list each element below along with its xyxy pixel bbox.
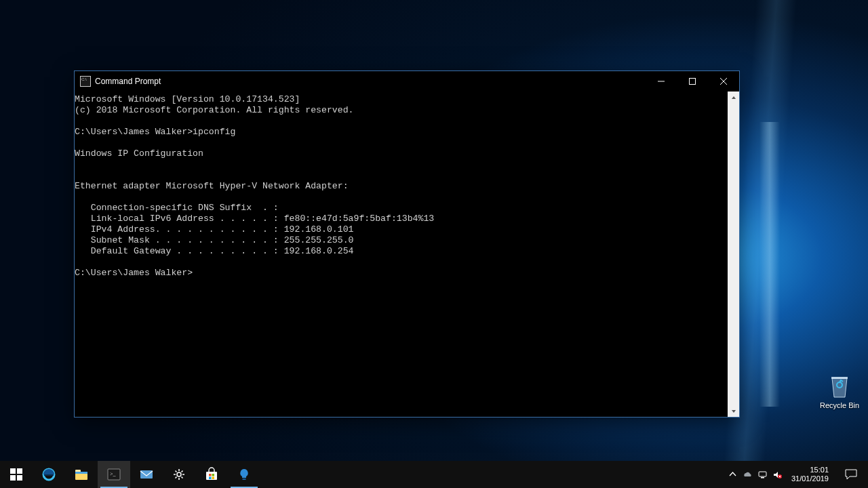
taskbar-mail[interactable]	[130, 461, 163, 488]
clock-date: 31/01/2019	[791, 474, 829, 483]
system-tray[interactable]: 15:01 31/01/2019	[725, 461, 868, 488]
taskbar: >_ 15:01 31/01/2019	[0, 461, 868, 488]
scroll-down-button[interactable]	[728, 405, 739, 417]
svg-rect-17	[212, 477, 215, 480]
recycle-bin-icon[interactable]: Recycle Bin	[819, 371, 860, 409]
maximize-button[interactable]	[677, 71, 708, 92]
svg-rect-1	[10, 468, 16, 474]
taskbar-settings[interactable]	[163, 461, 195, 488]
onedrive-icon[interactable]	[743, 469, 753, 480]
scroll-up-button[interactable]	[728, 92, 739, 103]
svg-rect-19	[759, 472, 766, 476]
window-title: Command Prompt	[95, 77, 161, 86]
minimize-button[interactable]	[646, 71, 677, 92]
clock-time: 15:01	[791, 466, 829, 474]
svg-rect-13	[206, 472, 217, 480]
close-button[interactable]	[708, 71, 739, 92]
svg-rect-16	[209, 477, 212, 480]
volume-icon[interactable]	[772, 469, 783, 480]
taskbar-clock[interactable]: 15:01 31/01/2019	[787, 466, 833, 483]
action-center-button[interactable]	[837, 469, 865, 480]
svg-rect-20	[761, 477, 764, 479]
svg-rect-18	[243, 479, 246, 480]
svg-text:>_: >_	[110, 471, 117, 477]
terminal-output[interactable]: Microsoft Windows [Version 10.0.17134.52…	[75, 92, 728, 417]
svg-rect-3	[10, 475, 16, 481]
svg-point-12	[177, 472, 181, 476]
wallpaper-beam	[760, 122, 780, 407]
taskbar-store[interactable]	[195, 461, 228, 488]
network-icon[interactable]	[757, 469, 768, 480]
taskbar-edge[interactable]	[33, 461, 65, 488]
scroll-track[interactable]	[728, 103, 739, 405]
tray-overflow-icon[interactable]	[728, 469, 738, 480]
svg-rect-4	[17, 475, 22, 481]
svg-rect-15	[212, 474, 215, 476]
cmd-icon	[80, 76, 91, 87]
start-button[interactable]	[0, 461, 33, 488]
svg-rect-14	[209, 474, 212, 476]
taskbar-tips[interactable]	[228, 461, 260, 488]
svg-rect-8	[75, 472, 87, 474]
svg-rect-0	[690, 79, 696, 85]
taskbar-file-explorer[interactable]	[65, 461, 98, 488]
vertical-scrollbar[interactable]	[728, 92, 739, 417]
svg-rect-11	[140, 470, 153, 479]
taskbar-command-prompt[interactable]: >_	[98, 461, 130, 488]
command-prompt-window: Command Prompt Microsoft Windows [Versio…	[75, 71, 739, 417]
recycle-bin-label: Recycle Bin	[819, 401, 860, 409]
titlebar[interactable]: Command Prompt	[75, 71, 739, 92]
svg-rect-2	[17, 468, 22, 474]
